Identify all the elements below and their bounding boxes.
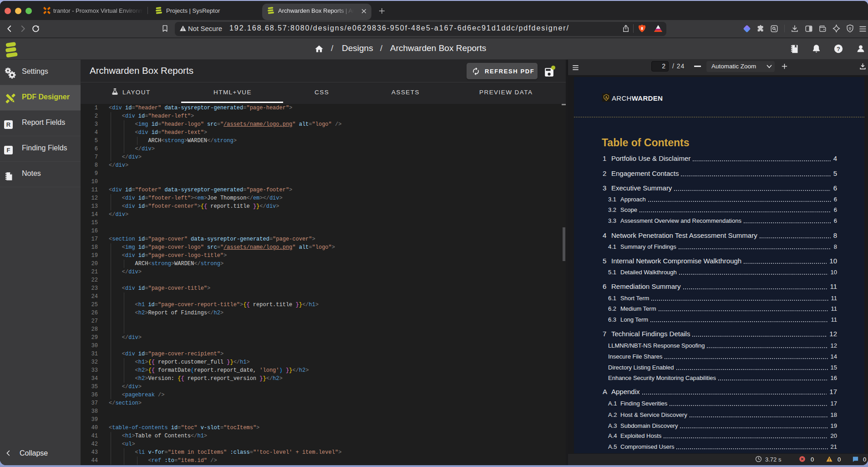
svg-text:A: A [605, 95, 608, 100]
svg-text:?: ? [837, 46, 840, 52]
